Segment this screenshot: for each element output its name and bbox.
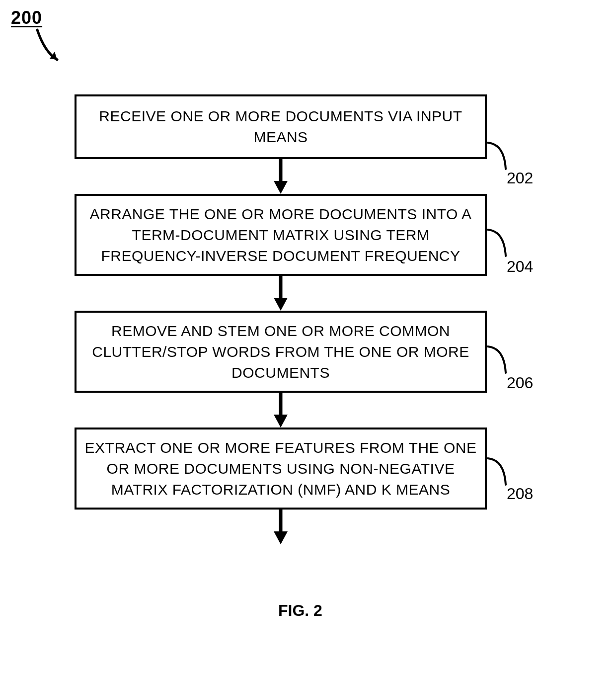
step-box-remove-stem: REMOVE AND STEM ONE OR MORE COMMON CLUTT… [75, 311, 487, 393]
step-number-label: 202 [507, 169, 533, 187]
figure-caption: FIG. 2 [278, 601, 322, 620]
flow-arrow-icon [272, 159, 290, 196]
svg-marker-2 [274, 181, 288, 194]
svg-marker-4 [274, 298, 288, 311]
step-text: EXTRACT ONE OR MORE FEATURES FROM THE ON… [82, 437, 479, 500]
svg-marker-8 [274, 531, 288, 544]
flow-arrow-icon [272, 393, 290, 429]
step-number-label: 204 [507, 257, 533, 276]
diagram-canvas: 200 RECEIVE ONE OR MORE DOCUMENTS VIA IN… [0, 0, 616, 685]
step-text: ARRANGE THE ONE OR MORE DOCUMENTS INTO A… [82, 204, 479, 266]
step-box-extract: EXTRACT ONE OR MORE FEATURES FROM THE ON… [75, 428, 487, 510]
step-box-arrange: ARRANGE THE ONE OR MORE DOCUMENTS INTO A… [75, 194, 487, 276]
step-text: RECEIVE ONE OR MORE DOCUMENTS VIA INPUT … [82, 106, 479, 148]
step-text: REMOVE AND STEM ONE OR MORE COMMON CLUTT… [82, 321, 479, 383]
flow-arrow-icon [272, 276, 290, 313]
figure-pointer-arrow-icon [30, 25, 75, 70]
step-box-receive: RECEIVE ONE OR MORE DOCUMENTS VIA INPUT … [75, 94, 487, 159]
svg-marker-6 [274, 415, 288, 428]
flow-arrow-icon [272, 510, 290, 546]
step-number-label: 206 [507, 374, 533, 392]
step-number-label: 208 [507, 485, 533, 503]
